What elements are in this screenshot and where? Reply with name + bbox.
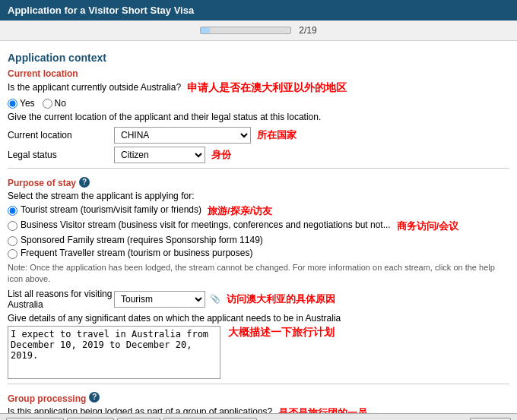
stream-business-label: Business Visitor stream (business visit … [21,219,391,230]
current-location-title: Current location [8,68,509,79]
stream-tourist-radio[interactable] [8,206,17,216]
outside-no-radio[interactable] [43,99,52,109]
title-bar: Application for a Visitor Short Stay Vis… [0,0,517,21]
progress-track [200,27,291,34]
progress-bar-container: 2/19 [0,21,517,41]
stream-tourist-label: Tourist stream (tourism/visit family or … [21,204,201,215]
reason-annotation: 访问澳大利亚的具体原因 [227,292,335,306]
dates-question: Give details of any significant dates on… [8,313,509,324]
progress-fill [201,27,210,33]
tourist-annotation: 旅游/探亲/访友 [208,204,272,218]
legal-status-description: Give the current location of the applica… [8,112,509,122]
group-processing-title: Group processing [8,393,86,404]
stream-sponsored-label: Sponsored Family stream (requires Sponso… [21,235,263,245]
stream-business-option[interactable]: Business Visitor stream (business visit … [8,219,509,233]
current-location-block: Current location Is the applicant curren… [8,68,509,163]
purpose-of-stay-title: Purpose of stay [8,178,76,188]
dates-textarea[interactable]: I expect to travel in Australia from Dec… [8,326,220,379]
stream-business-radio[interactable] [8,221,17,231]
current-location-row: Current location CHINA AUSTRALIA USA 所在国… [8,127,509,144]
outside-no-label: No [55,98,66,109]
stream-frequent-option[interactable]: Frequent Traveller stream (tourism or bu… [8,248,509,259]
stream-tourist-option[interactable]: Tourist stream (tourism/visit family or … [8,204,509,218]
group-question-row: Is this application being lodged as part… [8,406,509,413]
outside-yes-option[interactable]: Yes [8,98,35,109]
stream-frequent-label: Frequent Traveller stream (tourism or bu… [21,248,252,258]
reason-select[interactable]: Tourism Business Family [114,291,205,308]
business-annotation: 商务访问/会议 [397,219,459,233]
stream-frequent-radio[interactable] [8,249,17,259]
group-annotation: 是否是旅行团的一员 [278,406,367,413]
reason-row: List all reasons for visiting Australia … [8,289,509,310]
page-counter: 2/19 [299,25,316,36]
outside-no-option[interactable]: No [43,98,66,109]
stream-sponsored-option[interactable]: Sponsored Family stream (requires Sponso… [8,235,509,246]
outside-australia-question: Is the applicant currently outside Austr… [8,82,181,93]
app-title: Application for a Visitor Short Stay Vis… [8,5,194,16]
location-annotation: 所在国家 [257,128,297,142]
stream-note: Note: Once the application has been lodg… [8,262,509,286]
current-location-select[interactable]: CHINA AUSTRALIA USA [114,127,251,144]
application-context-section: Application context Current location Is … [8,52,509,413]
outside-yes-radio[interactable] [8,99,17,109]
footer-bar: ◀ Previous 💾 Save 🖨 Print ▶ Go to my acc… [0,413,517,420]
reason-icon-hint: 📎 [210,294,220,304]
legal-status-row: Legal status Citizen Permanent Resident … [8,147,509,163]
legal-status-annotation: 身份 [211,148,231,162]
application-context-title: Application context [8,52,509,64]
group-help-icon[interactable]: ? [89,392,100,403]
current-location-label: Current location [8,130,114,141]
group-question: Is this application being lodged as part… [8,406,272,413]
outside-australia-radio-group: Yes No [8,98,509,109]
purpose-of-stay-block: Purpose of stay ? Select the stream the … [8,173,509,379]
group-processing-block: Group processing ? Is this application b… [8,389,509,413]
dates-annotation: 大概描述一下旅行计划 [228,326,335,339]
reason-label: List all reasons for visiting Australia [8,289,114,310]
outside-australia-row: Is the applicant currently outside Austr… [8,81,509,95]
dates-row: I expect to travel in Australia from Dec… [8,326,509,379]
purpose-help-icon[interactable]: ? [79,177,90,188]
legal-status-select[interactable]: Citizen Permanent Resident Temporary Res… [114,147,205,163]
stream-options: Tourist stream (tourism/visit family or … [8,204,509,259]
outside-australia-annotation: 申请人是否在澳大利亚以外的地区 [187,81,347,95]
outside-yes-label: Yes [20,98,35,109]
legal-status-label: Legal status [8,150,114,160]
main-content: Application context Current location Is … [0,41,517,413]
stream-question: Select the stream the applicant is apply… [8,191,509,201]
stream-sponsored-radio[interactable] [8,236,17,246]
